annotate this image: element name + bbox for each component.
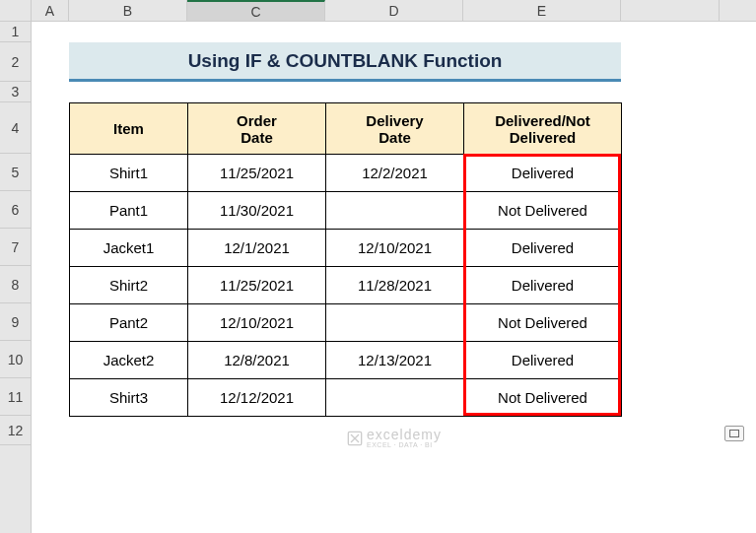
sheet-area[interactable]: Using IF & COUNTBLANK Function Item Orde… <box>32 22 756 533</box>
header-status[interactable]: Delivered/NotDelivered <box>464 103 622 155</box>
table-row: Jacket1 12/1/2021 12/10/2021 Delivered <box>70 230 622 267</box>
table-row: Pant2 12/10/2021 Not Delivered <box>70 304 622 342</box>
cell-status[interactable]: Not Delivered <box>464 192 622 230</box>
cell-delivery[interactable]: 12/10/2021 <box>326 230 464 267</box>
row-header-11[interactable]: 11 <box>0 378 31 416</box>
cell-item[interactable]: Jacket2 <box>70 342 188 379</box>
col-header-b[interactable]: B <box>69 0 187 21</box>
table-row: Shirt2 11/25/2021 11/28/2021 Delivered <box>70 267 622 304</box>
cell-order[interactable]: 12/12/2021 <box>188 379 326 417</box>
table-row: Shirt1 11/25/2021 12/2/2021 Delivered <box>70 155 622 192</box>
cell-order[interactable]: 11/25/2021 <box>188 155 326 192</box>
row-header-2[interactable]: 2 <box>0 42 31 82</box>
row-header-4[interactable]: 4 <box>0 102 31 154</box>
table-header-row: Item OrderDate DeliveryDate Delivered/No… <box>70 103 622 155</box>
cell-order[interactable]: 11/30/2021 <box>188 192 326 230</box>
watermark: exceldemy EXCEL · DATA · BI <box>347 428 442 448</box>
col-headers: A B C D E <box>32 0 756 22</box>
cell-delivery[interactable] <box>326 379 464 417</box>
cell-order[interactable]: 12/10/2021 <box>188 304 326 342</box>
watermark-text: exceldemy EXCEL · DATA · BI <box>367 428 442 448</box>
row-header-7[interactable]: 7 <box>0 229 31 266</box>
cell-delivery[interactable]: 11/28/2021 <box>326 267 464 304</box>
spreadsheet-grid: 1 2 3 4 5 6 7 8 9 10 11 12 A B C D E Usi… <box>0 0 756 533</box>
title-banner: Using IF & COUNTBLANK Function <box>69 42 621 82</box>
select-all-corner[interactable] <box>0 0 31 22</box>
watermark-icon <box>347 431 363 446</box>
row-header-5[interactable]: 5 <box>0 154 31 191</box>
col-header-c[interactable]: C <box>187 0 325 21</box>
row-header-3[interactable]: 3 <box>0 82 31 102</box>
table-row: Pant1 11/30/2021 Not Delivered <box>70 192 622 230</box>
row-header-6[interactable]: 6 <box>0 191 31 229</box>
cell-delivery[interactable]: 12/2/2021 <box>326 155 464 192</box>
table-row: Jacket2 12/8/2021 12/13/2021 Delivered <box>70 342 622 379</box>
data-table: Item OrderDate DeliveryDate Delivered/No… <box>69 102 622 417</box>
row-header-12[interactable]: 12 <box>0 416 31 445</box>
cell-status[interactable]: Not Delivered <box>464 379 622 417</box>
col-header-d[interactable]: D <box>325 0 463 21</box>
cell-status[interactable]: Delivered <box>464 230 622 267</box>
header-order-date[interactable]: OrderDate <box>188 103 326 155</box>
row-header-8[interactable]: 8 <box>0 266 31 303</box>
cell-order[interactable]: 11/25/2021 <box>188 267 326 304</box>
table-row: Shirt3 12/12/2021 Not Delivered <box>70 379 622 417</box>
cell-order[interactable]: 12/1/2021 <box>188 230 326 267</box>
cell-delivery[interactable] <box>326 192 464 230</box>
watermark-sub: EXCEL · DATA · BI <box>367 441 442 448</box>
header-item[interactable]: Item <box>70 103 188 155</box>
col-header-e[interactable]: E <box>463 0 621 21</box>
row-header-9[interactable]: 9 <box>0 303 31 341</box>
cell-status[interactable]: Delivered <box>464 267 622 304</box>
cell-delivery[interactable]: 12/13/2021 <box>326 342 464 379</box>
paste-options-button[interactable] <box>724 426 744 441</box>
col-header-f[interactable] <box>621 0 720 21</box>
cell-item[interactable]: Jacket1 <box>70 230 188 267</box>
row-headers: 1 2 3 4 5 6 7 8 9 10 11 12 <box>0 0 32 533</box>
row-header-1[interactable]: 1 <box>0 22 31 42</box>
cell-order[interactable]: 12/8/2021 <box>188 342 326 379</box>
cell-item[interactable]: Shirt3 <box>70 379 188 417</box>
row-header-10[interactable]: 10 <box>0 341 31 378</box>
cell-item[interactable]: Shirt2 <box>70 267 188 304</box>
watermark-main: exceldemy <box>367 428 442 441</box>
cell-status[interactable]: Delivered <box>464 155 622 192</box>
cell-status[interactable]: Delivered <box>464 342 622 379</box>
cell-delivery[interactable] <box>326 304 464 342</box>
paste-options-icon <box>729 430 739 437</box>
main-area: A B C D E Using IF & COUNTBLANK Function… <box>32 0 756 533</box>
col-header-a[interactable]: A <box>32 0 69 21</box>
cell-item[interactable]: Pant1 <box>70 192 188 230</box>
cell-item[interactable]: Pant2 <box>70 304 188 342</box>
cell-item[interactable]: Shirt1 <box>70 155 188 192</box>
cell-status[interactable]: Not Delivered <box>464 304 622 342</box>
header-delivery-date[interactable]: DeliveryDate <box>326 103 464 155</box>
